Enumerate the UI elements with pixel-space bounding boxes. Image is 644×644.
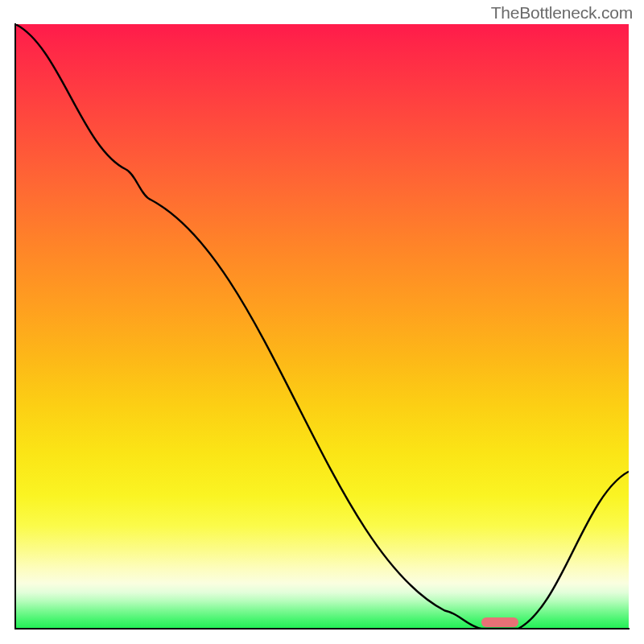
plot-area [15,24,629,629]
watermark-text: TheBottleneck.com [491,3,633,23]
bottleneck-curve [15,24,629,629]
optimal-marker [481,617,518,627]
